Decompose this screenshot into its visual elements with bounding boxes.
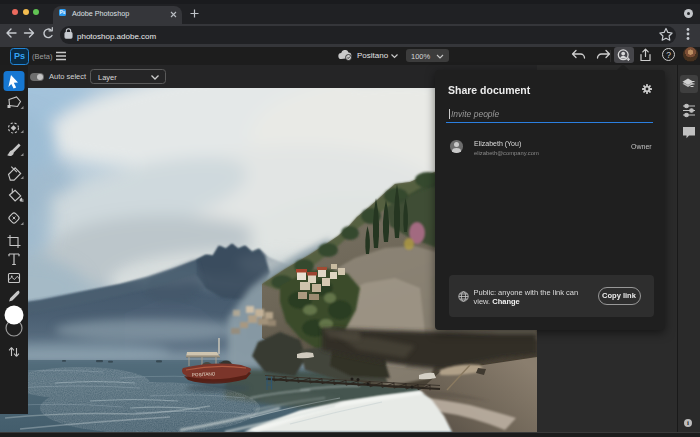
svg-text:photoshop.adobe.com: photoshop.adobe.com bbox=[77, 32, 157, 41]
